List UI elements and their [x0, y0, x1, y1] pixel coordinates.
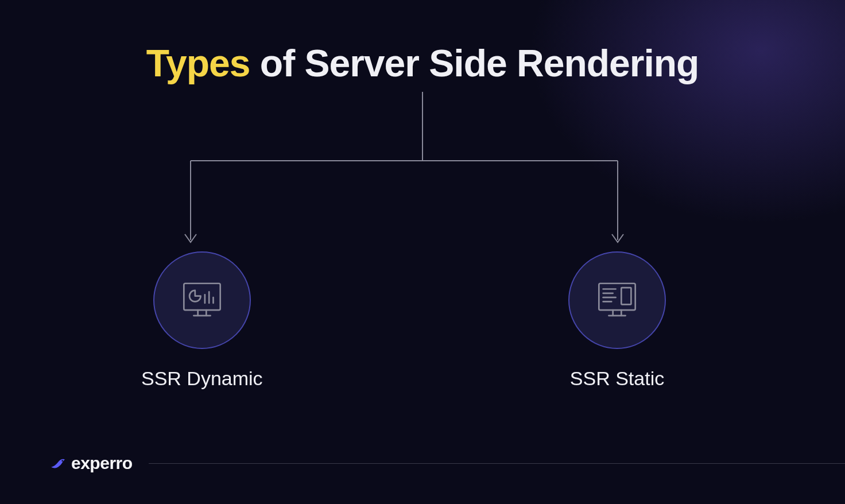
svg-point-20 [61, 460, 63, 462]
connector-lines [0, 92, 845, 253]
node-label: SSR Static [570, 367, 664, 390]
svg-rect-19 [621, 288, 631, 304]
bird-icon [48, 453, 68, 473]
brand-logo: experro [48, 453, 133, 473]
brand-name: experro [71, 453, 133, 473]
title-highlight: Types [146, 42, 250, 84]
layout-icon [595, 278, 639, 323]
node-circle [568, 251, 666, 349]
title-rest: of Server Side Rendering [250, 42, 699, 84]
node-ssr-dynamic: SSR Dynamic [141, 251, 263, 390]
footer-divider [149, 463, 845, 464]
diagram-title: Types of Server Side Rendering [0, 41, 845, 85]
node-circle [153, 251, 251, 349]
dashboard-icon [180, 278, 224, 323]
footer: experro [48, 453, 845, 473]
node-label: SSR Dynamic [141, 367, 263, 390]
node-ssr-static: SSR Static [568, 251, 666, 390]
